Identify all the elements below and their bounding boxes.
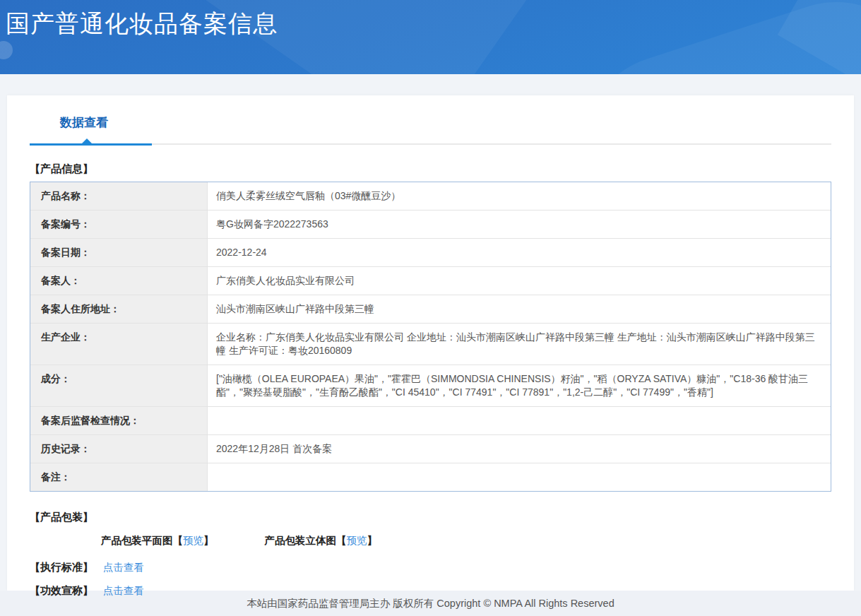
row-value: 汕头市潮南区峡山广祥路中段第三幢 xyxy=(208,295,831,323)
bracket-open: 【 xyxy=(336,534,347,547)
table-row-filing-date: 备案日期： 2022-12-24 xyxy=(30,239,831,267)
row-label: 产品名称： xyxy=(30,182,208,210)
table-row-manufacturer: 生产企业： 企业名称：广东俏美人化妆品实业有限公司 企业地址：汕头市潮南区峡山广… xyxy=(30,324,831,365)
standards-view-link[interactable]: 点击查看 xyxy=(103,561,144,574)
preview-flat-link[interactable]: 预览 xyxy=(183,534,203,547)
page-background: 数据查看 【产品信息】 产品名称： 俏美人柔雾丝绒空气唇釉（03#微醺豆沙） 备… xyxy=(0,74,861,591)
row-label: 备案人： xyxy=(30,267,208,295)
row-label: 备案日期： xyxy=(30,239,208,266)
efficacy-view-link[interactable]: 点击查看 xyxy=(103,584,144,598)
table-row-supervision-check: 备案后监督检查情况： xyxy=(30,407,831,435)
packaging-3d-label: 产品包装立体图 xyxy=(265,534,337,547)
table-row-filing-number: 备案编号： 粤G妆网备字2022273563 xyxy=(30,211,831,239)
row-label: 成分： xyxy=(30,365,208,406)
row-value: 2022年12月28日 首次备案 xyxy=(208,435,831,463)
table-row-product-name: 产品名称： 俏美人柔雾丝绒空气唇釉（03#微醺豆沙） xyxy=(30,182,831,211)
table-row-history: 历史记录： 2022年12月28日 首次备案 xyxy=(30,435,831,463)
row-value: 企业名称：广东俏美人化妆品实业有限公司 企业地址：汕头市潮南区峡山广祥路中段第三… xyxy=(208,324,831,365)
row-value: 2022-12-24 xyxy=(208,239,831,266)
table-row-registrant: 备案人： 广东俏美人化妆品实业有限公司 xyxy=(30,267,831,295)
row-value: 粤G妆网备字2022273563 xyxy=(208,211,831,238)
copyright-text: 本站由国家药品监督管理局主办 版权所有 Copyright © NMPA All… xyxy=(247,597,614,610)
row-label: 历史记录： xyxy=(30,435,208,463)
tab-data-view[interactable]: 数据查看 xyxy=(60,114,108,131)
section-title-product-info: 【产品信息】 xyxy=(30,162,831,176)
header-decoration-circle xyxy=(0,41,13,59)
section-title-efficacy: 【功效宣称】 xyxy=(30,584,93,598)
packaging-3d-image-item: 产品包装立体图 【预览】 xyxy=(265,534,378,547)
packaging-flat-image-item: 产品包装平面图【预览】 xyxy=(101,534,214,547)
row-value xyxy=(208,407,831,434)
content-card: 数据查看 【产品信息】 产品名称： 俏美人柔雾丝绒空气唇釉（03#微醺豆沙） 备… xyxy=(7,95,854,591)
table-row-remarks: 备注： xyxy=(30,463,831,491)
standards-section: 【执行标准】 点击查看 xyxy=(30,561,831,574)
tab-underline xyxy=(30,140,831,146)
row-label: 备案编号： xyxy=(30,211,208,238)
product-info-table: 产品名称： 俏美人柔雾丝绒空气唇釉（03#微醺豆沙） 备案编号： 粤G妆网备字2… xyxy=(30,182,831,492)
bracket-open: 【 xyxy=(173,534,184,547)
section-title-packaging: 【产品包装】 xyxy=(30,511,831,524)
packaging-links-row: 产品包装平面图【预览】 产品包装立体图 【预览】 xyxy=(101,534,831,547)
page-title: 国产普通化妆品备案信息 xyxy=(0,0,861,40)
section-title-standards: 【执行标准】 xyxy=(30,561,93,574)
table-row-registrant-address: 备案人住所地址： 汕头市潮南区峡山广祥路中段第三幢 xyxy=(30,295,831,324)
row-label: 生产企业： xyxy=(30,324,208,365)
preview-3d-link[interactable]: 预览 xyxy=(347,534,367,547)
row-value: 广东俏美人化妆品实业有限公司 xyxy=(208,267,831,295)
bracket-close: 】 xyxy=(203,534,214,547)
packaging-flat-label: 产品包装平面图 xyxy=(101,534,173,547)
row-value: ["油橄榄（OLEA EUROPAEA）果油"，"霍霍巴（SIMMONDSIA … xyxy=(208,365,831,406)
row-value: 俏美人柔雾丝绒空气唇釉（03#微醺豆沙） xyxy=(208,182,831,210)
row-label: 备案人住所地址： xyxy=(30,295,208,323)
bracket-close: 】 xyxy=(367,534,378,547)
table-row-ingredients: 成分： ["油橄榄（OLEA EUROPAEA）果油"，"霍霍巴（SIMMOND… xyxy=(30,365,831,407)
row-label: 备注： xyxy=(30,463,208,491)
row-label: 备案后监督检查情况： xyxy=(30,407,208,434)
row-value xyxy=(208,463,831,491)
tab-active-indicator xyxy=(30,143,152,146)
page-header: 国产普通化妆品备案信息 xyxy=(0,0,861,74)
tab-active-marker-icon xyxy=(82,138,92,143)
